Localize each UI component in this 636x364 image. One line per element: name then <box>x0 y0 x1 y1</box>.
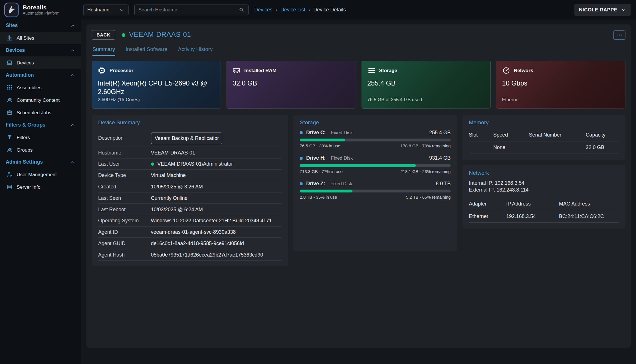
section-label: Admin Settings <box>6 159 43 165</box>
chevron-up-icon <box>70 72 75 78</box>
sidebar-section-filters-groups[interactable]: Filters & Groups <box>0 119 81 131</box>
memory-panel: Memory Slot Speed Serial Number Capacity… <box>463 115 625 160</box>
item-label: Groups <box>17 147 33 152</box>
breadcrumb-separator: › <box>276 7 277 13</box>
drive-h-row: Drive H: Fixed Disk 931.4 GB 713.3 GB - … <box>300 155 451 174</box>
user-name: NICOLE RAPPE <box>579 7 617 13</box>
stat-title: Network <box>514 68 533 73</box>
people-icon <box>7 147 13 153</box>
ram-icon <box>233 66 241 74</box>
network-cell-mac: BC:24:11:CA:C6:2C <box>559 210 619 223</box>
breadcrumb: Devices › Device List › Device Details <box>254 7 346 13</box>
drive-icon <box>300 182 303 185</box>
online-status-dot <box>122 33 126 37</box>
breadcrumb-device-list[interactable]: Device List <box>280 7 305 13</box>
device-name-title: VEEAM-DRAAS-01 <box>129 31 191 39</box>
building-icon <box>7 35 13 41</box>
drive-usage-fill <box>300 190 353 192</box>
description-input[interactable] <box>151 132 222 144</box>
network-panel: Network Internal IP: 192.168.3.54 Extern… <box>463 165 625 229</box>
memory-table: Slot Speed Serial Number Capacity None 3… <box>469 130 619 154</box>
summary-row-device-type: Device Type Virtual Machine <box>98 170 282 181</box>
sidebar-item-server-info[interactable]: Server Info <box>0 181 81 193</box>
more-options-button[interactable] <box>613 30 625 40</box>
drive-usage-bar <box>300 139 451 141</box>
sidebar-section-admin-settings[interactable]: Admin Settings <box>0 156 81 168</box>
hostname-filter-select[interactable]: Hostname <box>83 4 128 15</box>
search-input[interactable] <box>138 7 239 13</box>
sidebar-item-assemblies[interactable]: Assemblies <box>0 81 81 93</box>
memory-cell-slot <box>469 141 493 154</box>
sidebar-item-user-management[interactable]: User Management <box>0 168 81 181</box>
laptop-icon <box>7 60 13 66</box>
sidebar-item-scheduled-jobs[interactable]: Scheduled Jobs <box>0 106 81 119</box>
sidebar-section-sites[interactable]: Sites <box>0 19 81 32</box>
brand-logo-icon <box>4 2 19 17</box>
item-label: Devices <box>17 60 34 66</box>
memory-cell-serial <box>529 141 586 154</box>
stat-value: Intel(R) Xeon(R) CPU E5-2690 v3 @ 2.60GH… <box>98 79 215 96</box>
stat-card-storage: Storage 255.4 GB 76.5 GB of 255.4 GB use… <box>361 61 491 109</box>
stat-card-ram: Installed RAM 32.0 GB <box>227 61 356 109</box>
stat-value: 10 Gbps <box>502 79 619 87</box>
cpu-icon <box>98 66 106 74</box>
sidebar-item-groups[interactable]: Groups <box>0 143 81 156</box>
tab-activity-history[interactable]: Activity History <box>178 46 213 56</box>
section-label: Devices <box>6 47 25 53</box>
sidebar-section-automation[interactable]: Automation <box>0 69 81 81</box>
server-icon <box>7 184 13 190</box>
stat-value: 32.0 GB <box>233 79 350 87</box>
drive-usage-bar <box>300 164 451 167</box>
summary-row-agent-hash: Agent Hash 05ba0e7935171d626ecea29b27d7a… <box>98 249 282 261</box>
funnel-icon <box>7 134 13 140</box>
network-cell-adapter: Ethernet <box>469 210 506 223</box>
device-summary-panel: Device Summary Description Hostname VEEA… <box>92 115 288 266</box>
breadcrumb-devices[interactable]: Devices <box>254 7 272 13</box>
section-label: Sites <box>6 23 18 29</box>
stat-title: Storage <box>379 68 397 73</box>
main-column: Hostname Devices › Device List › Device … <box>81 0 636 364</box>
memory-cell-speed: None <box>493 141 529 154</box>
item-label: Community Content <box>17 97 60 103</box>
sidebar-item-filters[interactable]: Filters <box>0 131 81 143</box>
drive-usage-bar <box>300 190 451 192</box>
tab-summary[interactable]: Summary <box>92 46 115 56</box>
stat-footer: 2.60GHz (16-Cores) <box>98 97 215 103</box>
user-menu[interactable]: NICOLE RAPPE <box>574 4 631 16</box>
back-button[interactable]: BACK <box>92 30 115 40</box>
device-header: BACK VEEAM-DRAAS-01 <box>92 30 625 40</box>
drive-usage-fill <box>300 164 416 167</box>
summary-row-operating-system: Operating System Windows 10 2022 Datacen… <box>98 215 282 227</box>
online-status-dot <box>151 162 154 165</box>
memory-cell-capacity: 32.0 GB <box>586 141 619 154</box>
sidebar-nav: Sites All Sites Devices Devices Automati… <box>0 19 81 193</box>
brand[interactable]: Borealis Automation Platform <box>0 0 81 19</box>
external-ip-text: External IP: 162.248.8.114 <box>469 187 619 194</box>
drive-remaining-text: 218.1 GB - 23% remaining <box>400 169 451 174</box>
stat-card-row: Processor Intel(R) Xeon(R) CPU E5-2690 v… <box>92 61 625 109</box>
chevron-up-icon <box>70 122 75 127</box>
app-root: Borealis Automation Platform Sites All S… <box>0 0 636 364</box>
detail-columns: Device Summary Description Hostname VEEA… <box>92 115 625 266</box>
stat-title: Processor <box>110 68 133 73</box>
summary-row-last-user: Last User VEEAM-DRAAS-01\Administrator <box>98 158 282 170</box>
sidebar-item-devices[interactable]: Devices <box>0 56 81 69</box>
drive-icon <box>300 131 303 134</box>
tab-installed-software[interactable]: Installed Software <box>126 46 167 56</box>
summary-row-last-seen: Last Seen Currently Online <box>98 192 282 204</box>
sidebar-section-devices[interactable]: Devices <box>0 44 81 56</box>
people-icon <box>7 97 13 103</box>
network-table: Adapter IP Address MAC Address Ethernet … <box>469 198 619 223</box>
sidebar-item-all-sites[interactable]: All Sites <box>0 32 81 44</box>
drive-used-text: 2.8 TB - 35% in use <box>300 194 337 199</box>
sidebar-item-community-content[interactable]: Community Content <box>0 93 81 106</box>
breadcrumb-separator: › <box>308 7 310 13</box>
user-gear-icon <box>7 171 13 177</box>
grid-icon <box>7 84 13 90</box>
stack-icon <box>367 66 375 74</box>
ellipsis-icon <box>616 32 622 38</box>
gauge-icon <box>502 66 510 74</box>
topbar: Hostname Devices › Device List › Device … <box>81 0 636 19</box>
stat-footer <box>233 97 350 103</box>
summary-row-hostname: Hostname VEEAM-DRAAS-01 <box>98 147 282 158</box>
